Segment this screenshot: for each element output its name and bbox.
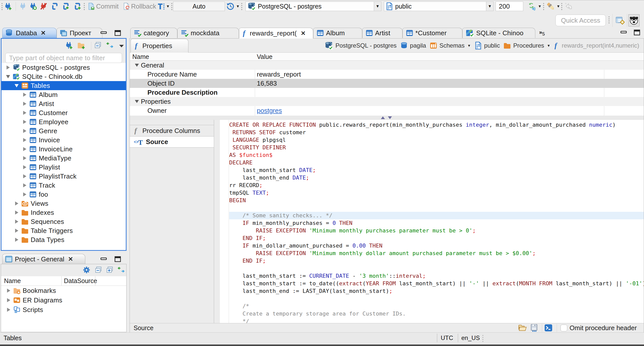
tree-expander-collapsed[interactable] bbox=[23, 102, 27, 106]
tree-item-playlist[interactable]: Playlist bbox=[2, 163, 126, 172]
refresh-caret[interactable]: ▼ bbox=[538, 5, 541, 8]
new-sql-editor-button[interactable] bbox=[73, 2, 82, 10]
tree-item-track[interactable]: Track bbox=[2, 181, 126, 190]
sql-assistant-button[interactable] bbox=[546, 2, 555, 10]
code-line-7[interactable]: last_month_start DATE; bbox=[229, 166, 644, 174]
code-line-2[interactable]: RETURNS SETOF customer bbox=[229, 129, 644, 136]
load-from-file-button[interactable] bbox=[518, 324, 527, 332]
tree-item-genre[interactable]: Genre bbox=[2, 126, 126, 135]
reconnect-button[interactable] bbox=[29, 2, 37, 10]
tree-expander-collapsed[interactable] bbox=[15, 238, 19, 242]
chevron-down-icon[interactable]: ▼ bbox=[547, 44, 550, 48]
tree-expander-collapsed[interactable] bbox=[23, 183, 27, 187]
editor-tab-overflow[interactable]: »5 bbox=[539, 29, 545, 37]
tree-expander-collapsed[interactable] bbox=[23, 111, 27, 115]
tree-item-foo[interactable]: foo bbox=[2, 190, 126, 199]
tree-expander-collapsed[interactable] bbox=[23, 156, 27, 160]
status-locale[interactable]: en_US bbox=[461, 333, 480, 343]
subtab-procedure-columns[interactable]: fProcedure Columns bbox=[130, 125, 214, 136]
tree-expander-collapsed[interactable] bbox=[23, 165, 27, 169]
tree-expander-collapsed[interactable] bbox=[7, 289, 11, 293]
owner-link[interactable]: postgres bbox=[257, 107, 282, 114]
tree-expander-collapsed[interactable] bbox=[23, 120, 27, 124]
navigator-filter-input[interactable]: Type part of object name to filter bbox=[5, 53, 122, 63]
tree-item-indexes[interactable]: Indexes bbox=[2, 208, 126, 217]
close-icon[interactable]: ✕ bbox=[68, 256, 73, 263]
editor-tab-artist[interactable]: Artist bbox=[362, 28, 403, 38]
tree-item-employee[interactable]: Employee bbox=[2, 117, 126, 126]
splitter-sash[interactable] bbox=[130, 116, 644, 120]
minimize-editor-button[interactable] bbox=[620, 30, 628, 35]
open-perspective-button[interactable] bbox=[615, 16, 625, 25]
close-icon[interactable]: ✕ bbox=[41, 29, 46, 37]
breadcrumb-item-public[interactable]: public bbox=[474, 42, 500, 50]
transaction-log-button[interactable] bbox=[226, 2, 235, 10]
subtab-source[interactable]: <>TSource bbox=[130, 136, 214, 148]
breadcrumb-item-postgresql-postgres[interactable]: PostgreSQL - postgres bbox=[325, 42, 396, 50]
tree-expander-expanded[interactable] bbox=[6, 75, 10, 78]
tree-item-sequences[interactable]: Sequences bbox=[2, 217, 126, 226]
code-line-8[interactable]: last_month_end DATE; bbox=[229, 174, 644, 182]
tree-expander-collapsed[interactable] bbox=[6, 65, 10, 70]
code-line-18[interactable]: RAISE EXCEPTION 'Minimum monthly dollar … bbox=[229, 250, 644, 257]
transaction-log-caret[interactable]: ▼ bbox=[236, 5, 239, 8]
code-line-3[interactable]: LANGUAGE plpgsql bbox=[229, 136, 644, 144]
project-collapse-all-button[interactable] bbox=[95, 266, 103, 274]
tree-expander-collapsed[interactable] bbox=[23, 93, 27, 97]
source-editor[interactable]: CREATE OR REPLACE FUNCTION public.reward… bbox=[220, 120, 644, 323]
tree-item-postgresql-postgres[interactable]: PostgreSQL - postgres bbox=[2, 63, 126, 72]
code-line-17[interactable]: IF min_dollar_amount_purchased = 0.00 TH… bbox=[229, 242, 644, 250]
maximize-view-button[interactable] bbox=[114, 256, 122, 262]
editor-tab-sqlite-chinoo[interactable]: SQLite - Chinoo bbox=[462, 28, 535, 38]
code-line-1[interactable]: CREATE OR REPLACE FUNCTION public.reward… bbox=[229, 121, 644, 129]
tree-item-artist[interactable]: Artist bbox=[2, 99, 126, 108]
toolbar-grip[interactable] bbox=[241, 3, 243, 10]
editor-tab-album[interactable]: Album bbox=[313, 28, 362, 38]
tree-expander-collapsed[interactable] bbox=[23, 129, 27, 133]
schema-combo-arrow[interactable]: ▼ bbox=[486, 2, 493, 11]
project-item-er-diagrams[interactable]: ER Diagrams bbox=[1, 295, 126, 305]
tree-expander-collapsed[interactable] bbox=[15, 220, 19, 224]
fetch-size-input[interactable]: 200 bbox=[496, 2, 523, 11]
tree-expander-collapsed[interactable] bbox=[23, 192, 27, 196]
sash-up-icon[interactable] bbox=[381, 116, 385, 119]
code-line-15[interactable]: RAISE EXCEPTION 'Minimum monthly purchas… bbox=[229, 227, 644, 234]
project-item-bookmarks[interactable]: Bookmarks bbox=[1, 286, 126, 295]
tree-item-data-types[interactable]: Data Types bbox=[2, 235, 126, 244]
chevron-down-icon[interactable]: ▼ bbox=[467, 44, 471, 48]
code-line-13[interactable]: /* Some sanity checks... */ bbox=[229, 212, 644, 219]
grid-row-object-id[interactable]: Object ID16,583 bbox=[130, 79, 644, 88]
grid-column-value[interactable]: Value bbox=[257, 53, 272, 60]
project-item-scripts[interactable]: Scripts bbox=[1, 305, 126, 315]
tree-item-views[interactable]: Views bbox=[2, 199, 126, 208]
column-divider[interactable] bbox=[61, 276, 62, 286]
editor-tab--customer[interactable]: *Customer bbox=[403, 28, 462, 38]
tree-item-customer[interactable]: Customer bbox=[2, 108, 126, 117]
omit-procedure-header-checkbox[interactable] bbox=[560, 325, 567, 331]
undo-button[interactable] bbox=[564, 2, 573, 10]
rollback-button[interactable]: Rollback bbox=[131, 0, 156, 12]
sql-editor-button[interactable] bbox=[51, 2, 59, 10]
code-line-16[interactable]: END IF; bbox=[229, 234, 644, 242]
disconnect-button[interactable] bbox=[40, 2, 48, 10]
tree-expander-collapsed[interactable] bbox=[23, 138, 27, 142]
tree-expander-collapsed[interactable] bbox=[15, 211, 19, 215]
code-line-24[interactable] bbox=[229, 295, 644, 302]
open-console-button[interactable] bbox=[544, 324, 552, 332]
tree-expander-collapsed[interactable] bbox=[7, 298, 11, 302]
connection-combo-arrow[interactable]: ▼ bbox=[374, 2, 381, 11]
tree-item-sqlite-chinook-db[interactable]: SQLite - Chinook.db bbox=[2, 72, 126, 81]
code-line-6[interactable]: DECLARE bbox=[229, 159, 644, 166]
code-line-20[interactable] bbox=[229, 265, 644, 272]
link-with-editor-button[interactable] bbox=[106, 41, 114, 49]
toolbar-grip[interactable] bbox=[561, 3, 562, 10]
navigator-new-connection-button[interactable] bbox=[65, 41, 73, 49]
tree-expander-collapsed[interactable] bbox=[15, 201, 19, 205]
code-line-21[interactable]: last_month_start := CURRENT_DATE - '3 mo… bbox=[229, 272, 644, 280]
maximize-editor-button[interactable] bbox=[633, 30, 641, 35]
save-to-file-button[interactable] bbox=[530, 324, 538, 332]
rollback-icon[interactable] bbox=[122, 2, 130, 10]
tree-item-invoiceline[interactable]: InvoiceLine bbox=[2, 145, 126, 154]
grid-row-general[interactable]: General bbox=[130, 61, 644, 70]
breadcrumb-item-schemas[interactable]: Schemas▼ bbox=[430, 42, 471, 49]
